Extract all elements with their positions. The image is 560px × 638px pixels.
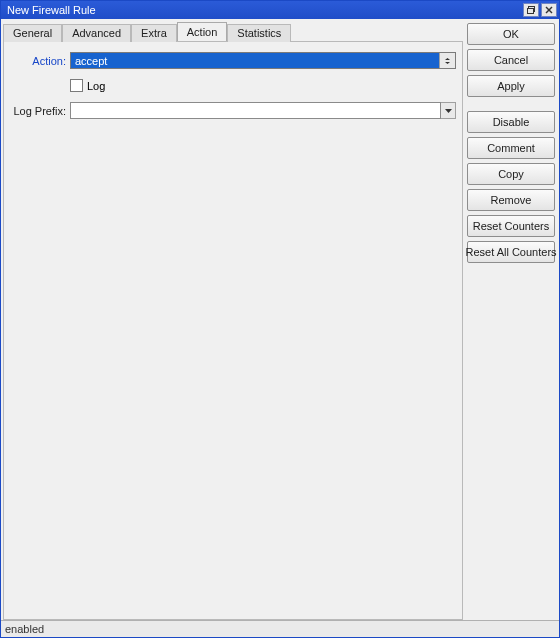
updown-icon xyxy=(444,58,451,64)
reset-all-counters-button[interactable]: Reset All Counters xyxy=(467,241,555,263)
svg-marker-6 xyxy=(445,109,452,113)
ok-button[interactable]: OK xyxy=(467,23,555,45)
status-bar: enabled xyxy=(1,620,559,637)
apply-button[interactable]: Apply xyxy=(467,75,555,97)
right-column: OK Cancel Apply Disable Comment Copy Rem… xyxy=(467,19,559,620)
cancel-button[interactable]: Cancel xyxy=(467,49,555,71)
window-body: General Advanced Extra Action Statistics… xyxy=(1,19,559,637)
label-action: Action: xyxy=(10,55,70,67)
tab-statistics[interactable]: Statistics xyxy=(227,24,291,42)
remove-button[interactable]: Remove xyxy=(467,189,555,211)
tab-panel-action: Action: accept xyxy=(3,41,463,620)
tab-extra[interactable]: Extra xyxy=(131,24,177,42)
tab-action[interactable]: Action xyxy=(177,22,228,41)
tab-general[interactable]: General xyxy=(3,24,62,42)
window: New Firewall Rule General Advanced Extra xyxy=(0,0,560,638)
window-title: New Firewall Rule xyxy=(7,4,521,16)
tab-advanced[interactable]: Advanced xyxy=(62,24,131,42)
close-icon xyxy=(545,6,553,14)
comment-button[interactable]: Comment xyxy=(467,137,555,159)
row-action: Action: accept xyxy=(10,52,456,69)
copy-button[interactable]: Copy xyxy=(467,163,555,185)
svg-marker-4 xyxy=(445,58,450,60)
disable-button[interactable]: Disable xyxy=(467,111,555,133)
log-checkbox[interactable] xyxy=(70,79,83,92)
field-log-prefix xyxy=(70,102,456,119)
row-log: Log xyxy=(10,79,456,92)
status-text: enabled xyxy=(5,623,44,635)
reset-counters-button[interactable]: Reset Counters xyxy=(467,215,555,237)
field-action: accept xyxy=(70,52,456,69)
window-close-button[interactable] xyxy=(541,3,557,17)
svg-rect-1 xyxy=(527,9,533,14)
restore-icon xyxy=(527,6,536,14)
label-log: Log xyxy=(87,80,105,92)
log-prefix-input[interactable] xyxy=(70,102,441,119)
action-select[interactable]: accept xyxy=(70,52,456,69)
row-log-prefix: Log Prefix: xyxy=(10,102,456,119)
left-column: General Advanced Extra Action Statistics… xyxy=(1,19,467,620)
tab-strip: General Advanced Extra Action Statistics xyxy=(3,21,463,41)
svg-marker-5 xyxy=(445,62,450,64)
action-select-value: accept xyxy=(71,53,439,68)
titlebar: New Firewall Rule xyxy=(1,1,559,19)
log-prefix-dropdown-button[interactable] xyxy=(441,102,456,119)
action-select-arrow[interactable] xyxy=(439,53,455,68)
main-row: General Advanced Extra Action Statistics… xyxy=(1,19,559,620)
label-log-prefix: Log Prefix: xyxy=(10,105,70,117)
window-restore-button[interactable] xyxy=(523,3,539,17)
chevron-down-icon xyxy=(445,109,452,113)
